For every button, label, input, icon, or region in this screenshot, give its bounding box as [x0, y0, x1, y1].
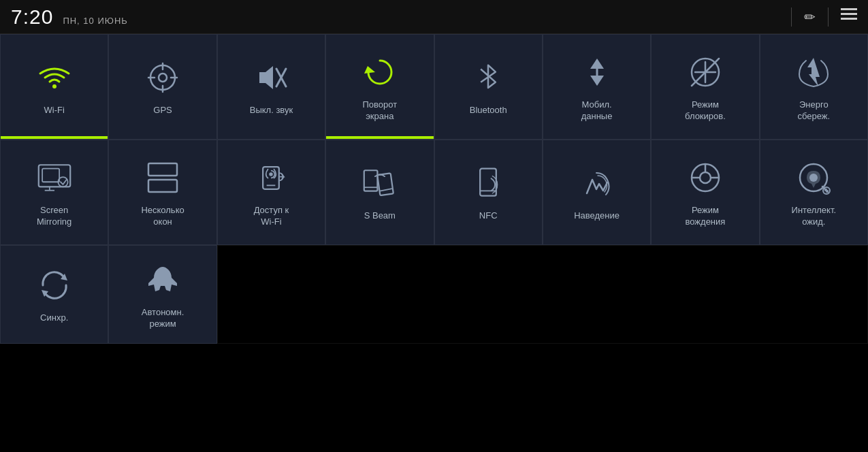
- sync-label: Синхр.: [40, 312, 68, 324]
- svg-rect-4: [841, 13, 843, 15]
- quick-settings-row3: Синхр. Автономн.режим: [0, 245, 868, 344]
- tile-airplane[interactable]: Автономн.режим: [108, 245, 216, 344]
- tile-lock-mode[interactable]: Режимблокиров.: [651, 34, 759, 140]
- bluetooth-label: Bluetooth: [470, 105, 507, 116]
- svg-rect-38: [480, 169, 496, 196]
- svg-rect-24: [42, 168, 59, 182]
- svg-marker-16: [364, 66, 375, 74]
- mute-icon: [254, 57, 288, 98]
- divider: [791, 7, 792, 27]
- sbeam-label: S Beam: [364, 210, 396, 222]
- tile-driving[interactable]: Режимвождения: [651, 140, 759, 245]
- edit-icon[interactable]: ✏: [804, 9, 816, 25]
- airplane-icon: [146, 259, 180, 300]
- tile-hover[interactable]: Наведение: [543, 140, 651, 245]
- airplane-label: Автономн.режим: [142, 307, 184, 330]
- tile-power-save[interactable]: Энергосбереж.: [760, 34, 868, 140]
- svg-rect-3: [841, 8, 843, 10]
- tile-multiwindow[interactable]: Несколькоокон: [108, 140, 216, 245]
- rotate-label: Поворотэкрана: [362, 99, 397, 123]
- status-left: 7:20 ПН, 10 ИЮНЬ: [11, 5, 128, 29]
- divider2: [828, 7, 829, 27]
- hover-label: Наведение: [574, 210, 620, 222]
- lockmode-icon: [688, 52, 722, 93]
- powersave-icon: [797, 52, 831, 93]
- svg-point-6: [52, 84, 57, 88]
- svg-rect-1: [841, 13, 857, 15]
- mobiledata-icon: [580, 52, 614, 93]
- gps-icon: [146, 57, 180, 98]
- svg-rect-2: [841, 18, 857, 20]
- smart-stay-label: Интеллект.ожид.: [792, 205, 837, 228]
- status-right: ✏: [791, 7, 857, 27]
- wifi-icon: [37, 57, 71, 98]
- svg-rect-36: [377, 173, 393, 195]
- svg-line-37: [380, 189, 392, 191]
- clock: 7:20: [11, 5, 53, 29]
- sync-icon: [37, 265, 71, 306]
- svg-point-8: [159, 74, 167, 82]
- power-save-label: Энергосбереж.: [797, 99, 830, 123]
- tile-screen-mirror[interactable]: ScreenMirroring: [0, 140, 108, 245]
- sbeam-icon: [363, 163, 397, 204]
- svg-point-41: [700, 172, 711, 183]
- driving-label: Режимвождения: [686, 205, 726, 228]
- svg-marker-17: [590, 59, 604, 69]
- tile-nfc[interactable]: NFC: [434, 140, 543, 245]
- screen-mirror-label: ScreenMirroring: [37, 205, 71, 228]
- svg-marker-18: [590, 76, 604, 86]
- tile-rotate[interactable]: Поворотэкрана: [325, 34, 434, 140]
- hover-icon: [580, 163, 614, 204]
- multiwindow-icon: [146, 157, 180, 198]
- tile-wifi-share[interactable]: Доступ кWi-Fi: [217, 140, 325, 245]
- screenmirror-icon: [37, 157, 71, 198]
- smartstay-icon: [797, 157, 831, 198]
- nfc-icon: [471, 163, 505, 204]
- menu-icon[interactable]: [841, 8, 857, 25]
- quick-settings-row2: ScreenMirroring Несколькоокон: [0, 140, 868, 245]
- empty-area: [217, 245, 868, 344]
- gps-label: GPS: [153, 105, 172, 116]
- tile-sync[interactable]: Синхр.: [0, 245, 108, 344]
- svg-point-33: [270, 172, 273, 176]
- rotate-icon: [363, 52, 397, 93]
- svg-rect-29: [148, 180, 177, 192]
- date: ПН, 10 ИЮНЬ: [63, 16, 127, 26]
- wifi-label: Wi-Fi: [44, 105, 65, 116]
- driving-icon: [688, 157, 722, 198]
- svg-point-46: [809, 174, 818, 182]
- tile-wifi[interactable]: Wi-Fi: [0, 34, 108, 140]
- sound-off-label: Выкл. звук: [250, 105, 293, 116]
- tile-sbeam[interactable]: S Beam: [325, 140, 434, 245]
- multiwindow-label: Несколькоокон: [141, 205, 184, 228]
- tile-sound-off[interactable]: Выкл. звук: [217, 34, 325, 140]
- svg-marker-13: [259, 66, 273, 89]
- svg-rect-5: [841, 18, 843, 20]
- wifi-share-label: Доступ кWi-Fi: [254, 205, 289, 228]
- tile-mobile-data[interactable]: Мобил.данные: [543, 34, 651, 140]
- bluetooth-icon: [471, 57, 505, 98]
- wifishare-icon: [254, 157, 288, 198]
- nfc-label: NFC: [479, 210, 498, 222]
- tile-smart-stay[interactable]: Интеллект.ожид.: [760, 140, 868, 245]
- mobile-data-label: Мобил.данные: [581, 99, 613, 123]
- tile-bluetooth[interactable]: Bluetooth: [434, 34, 543, 140]
- svg-rect-0: [841, 8, 857, 10]
- svg-rect-28: [148, 163, 177, 176]
- lock-mode-label: Режимблокиров.: [685, 99, 726, 123]
- quick-settings-row1: Wi-Fi GPS Выкл. звук: [0, 34, 868, 140]
- tile-gps[interactable]: GPS: [108, 34, 216, 140]
- status-bar: 7:20 ПН, 10 ИЮНЬ ✏: [0, 0, 868, 34]
